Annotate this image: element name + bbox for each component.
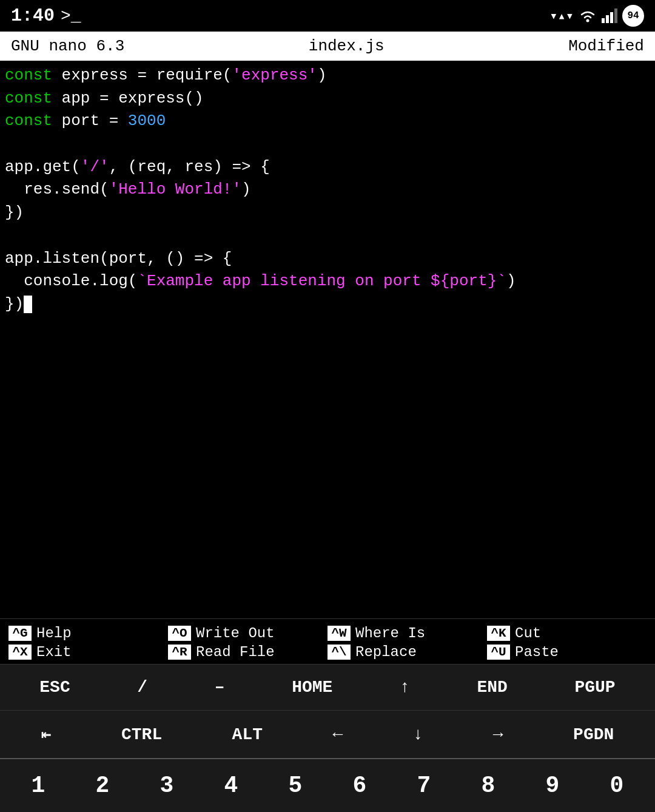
menu-exit[interactable]: ^X Exit (8, 644, 168, 660)
menu-key-help: ^G (8, 626, 32, 641)
menu-label-read: Read File (196, 644, 275, 660)
menu-label-write: Write Out (196, 625, 275, 641)
menu-where-is[interactable]: ^W Where Is (328, 625, 487, 641)
menu-label-paste: Paste (515, 644, 559, 660)
key-2[interactable]: 2 (70, 773, 135, 799)
menu-key-paste: ^U (487, 645, 510, 660)
menu-help[interactable]: ^G Help (8, 625, 168, 641)
key-up[interactable]: ↑ (395, 675, 415, 699)
svg-rect-3 (610, 12, 613, 23)
key-right[interactable]: → (488, 723, 508, 746)
code-line-6: res.send('Hello World!') (5, 178, 650, 201)
time-shell-group: 1:40 >_ (11, 5, 81, 26)
key-esc[interactable]: ESC (35, 675, 75, 699)
status-bar: 1:40 >_ ▾▴▾ 94 (0, 0, 655, 32)
modified-status: Modified (568, 37, 644, 55)
filename: index.js (309, 37, 385, 55)
menu-key-read: ^R (168, 645, 191, 660)
svg-rect-2 (606, 15, 609, 23)
code-line-4 (5, 133, 650, 156)
signal-icon (602, 8, 617, 23)
code-line-10: console.log(`Example app listening on po… (5, 270, 650, 293)
status-icons: ▾▴▾ 94 (549, 5, 644, 27)
nano-version: GNU nano 6.3 (11, 37, 124, 55)
code-line-5: app.get('/', (req, res) => { (5, 156, 650, 179)
wifi-icon: ▾▴▾ (549, 8, 574, 24)
key-home[interactable]: HOME (287, 675, 337, 699)
code-line-3: const port = 3000 (5, 110, 650, 133)
key-slash[interactable]: / (132, 675, 152, 699)
key-dash[interactable]: – (210, 675, 230, 699)
code-line-11: }) (5, 293, 650, 316)
svg-point-0 (586, 19, 590, 22)
menu-read-file[interactable]: ^R Read File (168, 644, 328, 660)
menu-key-replace: ^\ (328, 645, 351, 660)
wifi-icon-svg (579, 8, 597, 23)
menu-label-exit: Exit (36, 644, 72, 660)
menu-label-help: Help (36, 625, 72, 641)
menu-label-replace: Replace (355, 644, 417, 660)
key-4[interactable]: 4 (199, 773, 263, 799)
key-end[interactable]: END (472, 675, 512, 699)
key-tab[interactable]: ⇤ (36, 722, 56, 747)
svg-rect-1 (602, 18, 605, 23)
nano-menu: ^G Help ^O Write Out ^W Where Is ^K Cut … (0, 618, 655, 664)
key-down[interactable]: ↓ (408, 723, 428, 746)
code-line-1: const express = require('express') (5, 64, 650, 87)
menu-label-where: Where Is (355, 625, 425, 641)
code-line-7: }) (5, 201, 650, 225)
menu-key-where: ^W (328, 626, 351, 641)
key-ctrl[interactable]: CTRL (116, 723, 167, 746)
key-3[interactable]: 3 (135, 773, 199, 799)
svg-rect-4 (614, 8, 617, 23)
menu-replace[interactable]: ^\ Replace (328, 644, 487, 660)
nano-header: GNU nano 6.3 index.js Modified (0, 32, 655, 61)
key-1[interactable]: 1 (6, 773, 70, 799)
clock: 1:40 (11, 5, 55, 26)
key-8[interactable]: 8 (456, 773, 520, 799)
keyboard-row-special: ESC / – HOME ↑ END PGUP (0, 664, 655, 710)
key-0[interactable]: 0 (585, 773, 649, 799)
menu-key-exit: ^X (8, 645, 32, 660)
key-pgdn[interactable]: PGDN (568, 723, 619, 746)
key-7[interactable]: 7 (392, 773, 456, 799)
key-6[interactable]: 6 (328, 773, 392, 799)
code-line-2: const app = express() (5, 87, 650, 110)
battery-indicator: 94 (622, 5, 644, 27)
menu-label-cut: Cut (515, 625, 541, 641)
menu-write-out[interactable]: ^O Write Out (168, 625, 328, 641)
shell-prompt: >_ (61, 7, 81, 25)
key-alt[interactable]: ALT (227, 723, 267, 746)
key-9[interactable]: 9 (520, 773, 585, 799)
key-5[interactable]: 5 (263, 773, 328, 799)
key-left[interactable]: ← (328, 723, 348, 746)
menu-key-write: ^O (168, 626, 191, 641)
editor[interactable]: const express = require('express') const… (0, 61, 655, 618)
key-pgup[interactable]: PGUP (569, 675, 620, 699)
menu-key-cut: ^K (487, 626, 510, 641)
keyboard-row-numbers: 1 2 3 4 5 6 7 8 9 0 (0, 758, 655, 812)
code-line-8 (5, 225, 650, 248)
keyboard-row-modifiers: ⇤ CTRL ALT ← ↓ → PGDN (0, 710, 655, 758)
text-cursor (24, 296, 32, 313)
menu-paste[interactable]: ^U Paste (487, 644, 647, 660)
menu-cut[interactable]: ^K Cut (487, 625, 647, 641)
code-line-9: app.listen(port, () => { (5, 248, 650, 271)
